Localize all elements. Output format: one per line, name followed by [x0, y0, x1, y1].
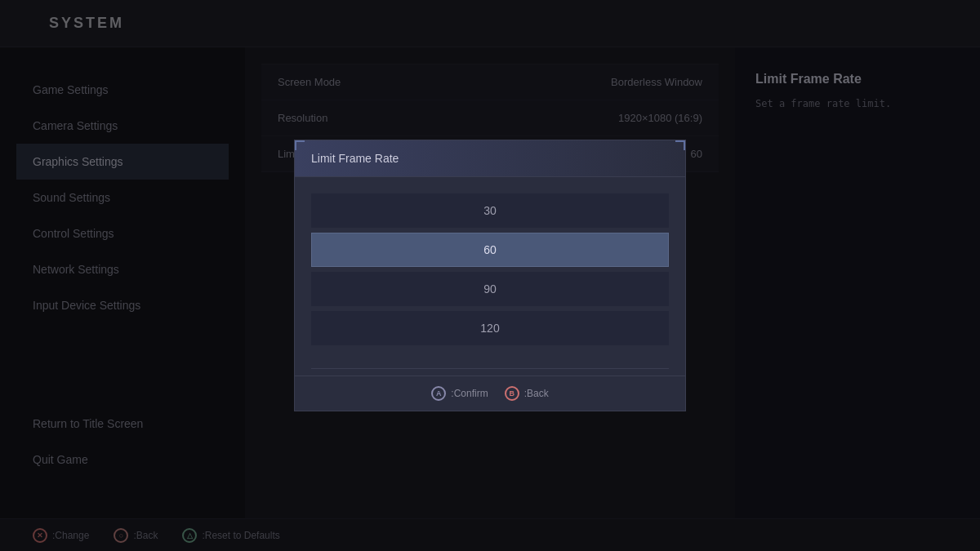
modal-overlay: Limit Frame Rate 30 60 90 120 A :Confirm…: [0, 0, 980, 551]
b-button-icon: B: [505, 386, 519, 401]
modal-back-label: :Back: [524, 388, 549, 399]
modal-title: Limit Frame Rate: [311, 152, 399, 165]
modal-corner-tr: [675, 140, 685, 150]
modal-corner-tl: [295, 140, 305, 150]
modal-footer-confirm: A :Confirm: [431, 386, 488, 401]
modal-confirm-label: :Confirm: [451, 388, 488, 399]
modal-option-30[interactable]: 30: [311, 193, 669, 228]
modal-footer: A :Confirm B :Back: [295, 375, 685, 411]
modal-divider: [311, 368, 669, 369]
limit-frame-rate-modal: Limit Frame Rate 30 60 90 120 A :Confirm…: [294, 140, 686, 411]
a-button-icon: A: [431, 386, 446, 401]
modal-option-60[interactable]: 60: [311, 233, 669, 267]
modal-option-90[interactable]: 90: [311, 272, 669, 306]
modal-option-120[interactable]: 120: [311, 311, 669, 345]
modal-options: 30 60 90 120: [295, 177, 685, 362]
modal-header: Limit Frame Rate: [295, 140, 685, 177]
modal-footer-back: B :Back: [505, 386, 549, 401]
